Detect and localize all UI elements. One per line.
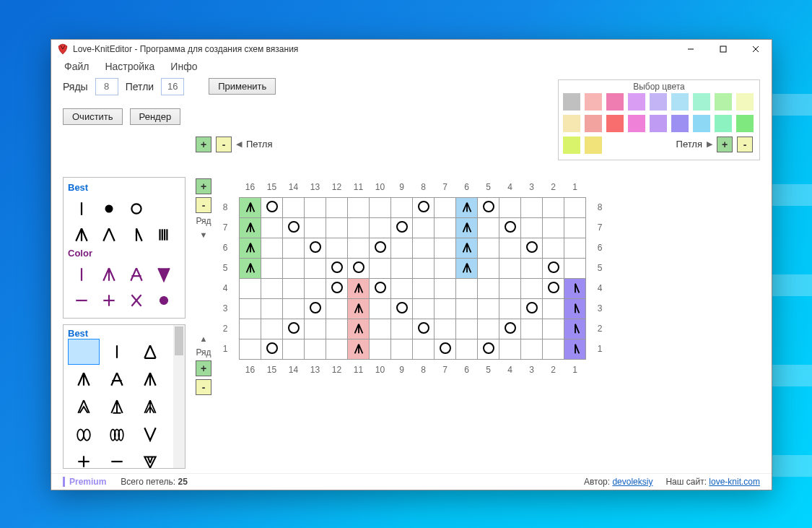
chart-cell[interactable] — [456, 298, 478, 319]
color-v-icon[interactable] — [150, 261, 178, 287]
chart-cell[interactable] — [370, 298, 391, 319]
chart-cell[interactable] — [413, 258, 435, 278]
chart-cell[interactable] — [326, 278, 348, 298]
chart-cell[interactable] — [305, 339, 326, 359]
chart-cell[interactable] — [391, 278, 413, 298]
stitch-dec-icon[interactable] — [95, 222, 123, 248]
chart-cell[interactable] — [261, 238, 283, 258]
chart-cell[interactable] — [305, 278, 326, 298]
chart-cell[interactable] — [521, 298, 543, 319]
titlebar[interactable]: Love-KnitEditor - Программа для создания… — [51, 40, 772, 59]
chart-cell[interactable] — [456, 258, 478, 278]
maximize-button[interactable] — [707, 40, 739, 59]
stitch2-a-icon[interactable] — [68, 366, 100, 392]
menu-file[interactable]: Файл — [64, 61, 89, 72]
chart-cell[interactable] — [478, 339, 499, 359]
chart-cell[interactable] — [521, 319, 543, 339]
chart-cell[interactable] — [456, 238, 478, 258]
chart-cell[interactable] — [240, 298, 261, 319]
stitch2-plus-icon[interactable] — [68, 449, 100, 469]
clear-button[interactable]: Очистить — [63, 108, 123, 125]
chart-cell[interactable] — [435, 258, 456, 278]
apply-button[interactable]: Применить — [209, 78, 276, 95]
stitch2-dash-icon[interactable] — [101, 449, 133, 469]
chart-cell[interactable] — [305, 238, 326, 258]
chart-cell[interactable] — [521, 197, 543, 217]
chart-cell[interactable] — [564, 339, 586, 359]
chart-cell[interactable] — [326, 258, 348, 278]
chart-cell[interactable] — [370, 238, 391, 258]
chart-cell[interactable] — [413, 217, 435, 238]
chart-cell[interactable] — [391, 258, 413, 278]
color-swatch[interactable] — [671, 93, 689, 111]
chart-cell[interactable] — [283, 238, 305, 258]
chart-cell[interactable] — [370, 197, 391, 217]
site-link[interactable]: love-knit.com — [709, 477, 760, 487]
chart-cell[interactable] — [261, 197, 283, 217]
chart-cell[interactable] — [370, 339, 391, 359]
color-swatch[interactable] — [671, 115, 689, 132]
chart-cell[interactable] — [261, 217, 283, 238]
chart-cell[interactable] — [348, 197, 370, 217]
chart-cell[interactable] — [391, 238, 413, 258]
chart-cell[interactable] — [261, 258, 283, 278]
loop-left-remove-button[interactable]: - — [216, 137, 232, 152]
row-top-add-button[interactable]: + — [196, 178, 211, 194]
color-swatch[interactable] — [563, 115, 580, 132]
chart-cell[interactable] — [240, 319, 261, 339]
chart-cell[interactable] — [435, 339, 456, 359]
chart-cell[interactable] — [521, 278, 543, 298]
chart-cell[interactable] — [413, 298, 435, 319]
chart-cell[interactable] — [305, 298, 326, 319]
chart-cell[interactable] — [478, 238, 499, 258]
close-button[interactable] — [739, 40, 772, 59]
color-swatch[interactable] — [585, 93, 602, 111]
stitch-knit-icon[interactable] — [68, 196, 95, 222]
stitch2-knit-icon[interactable] — [101, 339, 133, 365]
color-dot-icon[interactable] — [150, 287, 178, 313]
chart-cell[interactable] — [261, 278, 283, 298]
color-swatch[interactable] — [736, 93, 754, 111]
stitch2-e-icon[interactable] — [101, 394, 133, 420]
stitch-dot-icon[interactable] — [95, 196, 123, 222]
chart-cell[interactable] — [478, 217, 499, 238]
chart-cell[interactable] — [326, 197, 348, 217]
color-swatch[interactable] — [585, 137, 602, 154]
stitch-bars-icon[interactable] — [150, 222, 178, 248]
chart-cell[interactable] — [478, 197, 499, 217]
color-plus-icon[interactable] — [95, 287, 123, 313]
chart-cell[interactable] — [413, 278, 435, 298]
chart-cell[interactable] — [456, 217, 478, 238]
chart-cell[interactable] — [326, 319, 348, 339]
color-swatch[interactable] — [650, 93, 667, 111]
color-x-icon[interactable] — [123, 287, 150, 313]
chart-cell[interactable] — [413, 197, 435, 217]
chart-cell[interactable] — [543, 319, 564, 339]
color-swatch[interactable] — [715, 93, 732, 111]
chart-cell[interactable] — [543, 238, 564, 258]
color-knit-icon[interactable] — [68, 261, 95, 287]
color-swatch[interactable] — [693, 115, 710, 132]
loops-input[interactable] — [161, 78, 184, 95]
chart-cell[interactable] — [499, 217, 521, 238]
chart-cell[interactable] — [435, 197, 456, 217]
color-swatch[interactable] — [715, 115, 732, 132]
stitch-yarnover-icon[interactable] — [123, 196, 150, 222]
stitch2-dec-icon[interactable] — [134, 339, 166, 365]
chart-cell[interactable] — [521, 217, 543, 238]
color-swatch[interactable] — [736, 115, 754, 132]
color-swatch[interactable] — [606, 93, 624, 111]
color-swatch[interactable] — [606, 115, 624, 132]
chart-cell[interactable] — [348, 278, 370, 298]
chart-cell[interactable] — [370, 278, 391, 298]
chart-cell[interactable] — [370, 319, 391, 339]
chart-cell[interactable] — [499, 238, 521, 258]
chart-cell[interactable] — [543, 298, 564, 319]
chart-cell[interactable] — [283, 197, 305, 217]
stitch-slant-icon[interactable] — [123, 222, 150, 248]
color-swatch[interactable] — [693, 93, 710, 111]
chart-cell[interactable] — [240, 258, 261, 278]
chart-cell[interactable] — [543, 217, 564, 238]
stitch-inc-icon[interactable] — [68, 222, 95, 248]
chart-cell[interactable] — [240, 197, 261, 217]
